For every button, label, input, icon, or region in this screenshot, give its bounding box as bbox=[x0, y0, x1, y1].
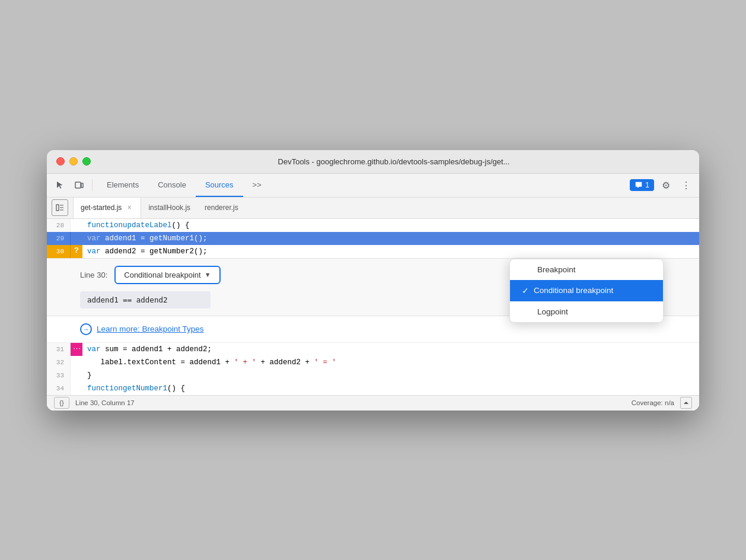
bp-dropdown[interactable]: Conditional breakpoint ▼ bbox=[114, 266, 220, 284]
more-options-icon[interactable]: ⋮ bbox=[678, 177, 694, 193]
status-right: Coverage: n/a bbox=[632, 397, 692, 409]
traffic-lights bbox=[56, 157, 91, 166]
context-menu-item-conditional[interactable]: ✓ Conditional breakpoint bbox=[510, 280, 663, 301]
titlebar: DevTools - googlechrome.github.io/devtoo… bbox=[47, 150, 699, 174]
status-bar: {} Line 30, Column 17 Coverage: n/a bbox=[47, 395, 699, 411]
file-tab-get-started[interactable]: get-started.js × bbox=[73, 197, 141, 218]
code-line-29: 29 var addend1 = getNumber1(); bbox=[47, 232, 699, 245]
file-tab-label: get-started.js bbox=[81, 203, 122, 212]
code-editor[interactable]: 28 function updateLabel() { 29 var adden… bbox=[47, 219, 699, 395]
context-menu-item-logpoint[interactable]: Logpoint bbox=[510, 301, 663, 322]
status-left: {} Line 30, Column 17 bbox=[54, 397, 135, 409]
bp-dropdown-arrow: ▼ bbox=[205, 271, 211, 278]
tab-console[interactable]: Console bbox=[148, 173, 196, 197]
sidebar-toggle[interactable] bbox=[52, 199, 68, 216]
svg-rect-1 bbox=[81, 183, 83, 187]
learn-more-link[interactable]: Learn more: Breakpoint Types bbox=[97, 324, 204, 333]
context-menu: Breakpoint ✓ Conditional breakpoint Logp… bbox=[509, 259, 664, 323]
context-menu-item-breakpoint[interactable]: Breakpoint bbox=[510, 259, 663, 280]
tab-more[interactable]: >> bbox=[243, 173, 271, 197]
code-line-31: 31 ··· var sum = addend1 + addend2; bbox=[47, 343, 699, 356]
cursor-icon[interactable] bbox=[52, 177, 68, 193]
check-icon: ✓ bbox=[522, 286, 529, 295]
settings-icon[interactable]: ⚙ bbox=[658, 177, 674, 193]
cursor-position: Line 30, Column 17 bbox=[75, 399, 135, 406]
context-item-label: Conditional breakpoint bbox=[534, 286, 613, 295]
devtools-window: DevTools - googlechrome.github.io/devtoo… bbox=[47, 150, 699, 411]
chat-icon bbox=[635, 181, 643, 189]
tab-sources[interactable]: Sources bbox=[196, 173, 243, 197]
file-tab-label: renderer.js bbox=[205, 203, 238, 212]
toolbar-right: 1 ⚙ ⋮ bbox=[630, 177, 694, 193]
expression-input[interactable]: addend1 == addend2 bbox=[80, 291, 211, 308]
breakpoint-panel: Line 30: Conditional breakpoint ▼ addend… bbox=[47, 258, 699, 316]
devtools-body: Elements Console Sources >> 1 bbox=[47, 174, 699, 411]
maximize-button[interactable] bbox=[82, 157, 91, 166]
close-button[interactable] bbox=[56, 157, 65, 166]
svg-rect-2 bbox=[56, 205, 59, 211]
code-lines: 28 function updateLabel() { 29 var adden… bbox=[47, 219, 699, 258]
window-title: DevTools - googlechrome.github.io/devtoo… bbox=[98, 157, 690, 166]
tab-elements[interactable]: Elements bbox=[97, 173, 148, 197]
coverage-up-button[interactable] bbox=[680, 397, 692, 409]
toolbar-divider-1 bbox=[92, 179, 93, 191]
context-item-label: Breakpoint bbox=[537, 265, 576, 274]
tab-list: Elements Console Sources >> bbox=[97, 173, 627, 197]
svg-rect-0 bbox=[75, 182, 81, 188]
chat-badge[interactable]: 1 bbox=[630, 179, 654, 191]
code-line-28: 28 function updateLabel() { bbox=[47, 219, 699, 232]
file-tab-close[interactable]: × bbox=[125, 203, 133, 212]
code-lines-bottom: 31 ··· var sum = addend1 + addend2; 32 l… bbox=[47, 343, 699, 395]
file-tabs: get-started.js × installHook.js renderer… bbox=[47, 198, 699, 219]
main-toolbar: Elements Console Sources >> 1 bbox=[47, 174, 699, 198]
file-tab-label: installHook.js bbox=[148, 203, 190, 212]
learn-more-icon: → bbox=[80, 323, 92, 335]
code-line-33: 33 } bbox=[47, 369, 699, 382]
context-item-label: Logpoint bbox=[537, 307, 568, 316]
minimize-button[interactable] bbox=[69, 157, 78, 166]
bp-line-label: Line 30: bbox=[80, 271, 107, 279]
code-line-32: 32 label.textContent = addend1 + ' + ' +… bbox=[47, 356, 699, 369]
bp-dropdown-text: Conditional breakpoint bbox=[124, 271, 200, 279]
device-icon[interactable] bbox=[71, 177, 87, 193]
file-tab-renderer[interactable]: renderer.js bbox=[197, 197, 246, 218]
code-line-34: 34 function getNumber1() { bbox=[47, 382, 699, 395]
format-button[interactable]: {} bbox=[54, 397, 69, 409]
file-tab-installhook[interactable]: installHook.js bbox=[141, 197, 197, 218]
code-line-30: 30 ? var addend2 = getNumber2(); bbox=[47, 245, 699, 258]
coverage-status: Coverage: n/a bbox=[632, 399, 674, 406]
